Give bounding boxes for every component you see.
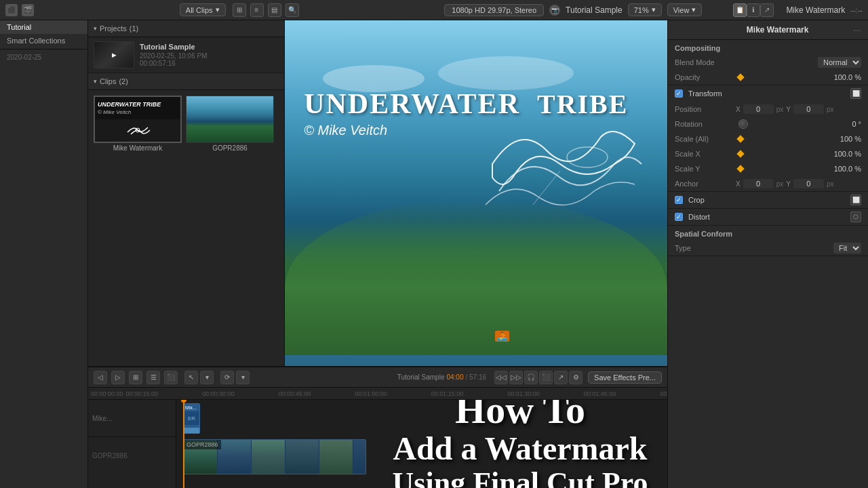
clips-label: Clips [100,77,116,85]
tl-split-btn[interactable]: ⬛ [539,371,553,384]
inspector-btn[interactable]: 📋 [733,3,747,17]
blend-mode-value: Normal [736,57,861,68]
position-xy: X 0 px Y 0 px [736,104,833,114]
all-clips-label: All Clips [186,6,213,14]
tl-transform-expand-btn[interactable]: ▾ [236,371,250,384]
search-btn[interactable]: 🔍 [285,3,299,17]
tl-settings-btn[interactable]: ⚙ [569,371,583,384]
app-icon[interactable]: ⬛ [5,4,18,16]
overlay-line1: How To [393,400,648,431]
frame-3 [252,440,285,474]
track2-label: GOPR2886 [88,437,176,474]
scale-y-row: Scale Y 100.0 % [668,161,868,176]
ruler-15: 00:00:15:00 [126,390,159,397]
anchor-row: Anchor X 0 px Y 0 px [668,176,868,191]
distort-checkbox[interactable]: ✓ [675,213,683,221]
scale-x-label: Scale X [675,150,736,158]
topbar: ⬛ 🎬 All Clips ▾ ⊞ ≡ ▤ 🔍 1080p HD 29.97p,… [0,0,868,20]
projects-section-header: ▾ Projects (1) [88,20,284,37]
projects-label: Projects [100,24,127,33]
tl-transform-btn[interactable]: ⟳ [220,371,234,384]
watermark-graphic [124,122,151,139]
clip-thumb-top [95,97,180,119]
tl-headphones-btn[interactable]: 🎧 [524,371,538,384]
type-value: Fit [736,243,861,253]
tl-export-btn[interactable]: ↗ [554,371,568,384]
tl-cursor-btn[interactable]: ↖ [184,371,198,384]
kayaker-marker: 🚣 [495,331,509,342]
svg-line-2 [533,171,560,205]
position-x-unit: px [776,106,784,113]
projects-expand-icon[interactable]: ▾ [94,25,97,32]
scale-x-keyframe-icon [736,150,744,157]
anchor-y-label: Y [786,180,791,188]
tl-back-btn[interactable]: ◁ [94,371,107,384]
spatial-conform-section: Spatial Conform Type Fit [668,226,868,256]
track-labels: Mike... GOPR2886 [88,400,176,488]
playhead [183,400,184,488]
transform-section: ✓ Transform ⬜ Position X 0 px Y 0 px Rot [668,85,868,192]
crop-section: ✓ Crop ⬜ [668,192,868,209]
share-btn[interactable]: ↗ [760,3,774,17]
tl-mode-btn[interactable]: ⬛ [164,371,178,384]
view-arrow-icon: ▾ [692,5,696,14]
scale-y-value: 100.0 % [745,165,861,173]
all-clips-dropdown[interactable]: All Clips ▾ [180,3,226,16]
nav-tutorial[interactable]: Tutorial [0,20,87,34]
info-btn[interactable]: ℹ [747,3,760,17]
rotation-row: Rotation 0 ° [668,117,868,131]
tl-audio-btn[interactable]: ◁◁ [494,371,508,384]
camera-icon: 📷 [549,5,560,16]
transform-label: Transform [688,89,722,98]
view-dropdown[interactable]: View ▾ [667,3,703,16]
clip-item-watermark[interactable]: Underwater Tribe © Mike Veitch Mike Wate… [94,96,182,152]
timeline-duration: / 57:16 [466,373,487,381]
svg-point-1 [567,147,608,167]
transform-checkbox[interactable]: ✓ [675,89,683,98]
inspector-panel: Mike Watermark ··· Compositing Blend Mod… [667,20,868,488]
tl-zoom-in-btn[interactable]: ▷▷ [509,371,523,384]
tl-grid-btn[interactable]: ⊞ [129,371,142,384]
crop-checkbox[interactable]: ✓ [675,196,683,204]
clip-item-gopr[interactable]: GOPR2886 [186,96,274,152]
timeline-project-label: Tutorial Sample [397,373,445,381]
blend-mode-select[interactable]: Normal [818,57,861,68]
transform-icon: ⬜ [850,88,861,99]
clips-expand-icon[interactable]: ▾ [94,78,97,85]
inspector-overflow-btn[interactable]: ··· [853,24,861,35]
anchor-y-value: 0 [793,179,824,188]
nav-smart-collections[interactable]: Smart Collections [0,34,87,47]
cursor-dropdown: ↖ ▾ [184,371,214,384]
video-clip-block[interactable]: GOPR2886 [183,439,366,474]
zoom-dropdown[interactable]: 71% ▾ [628,3,662,16]
track2-name: GOPR2886 [92,452,127,460]
grid-view-btn[interactable]: ⊞ [233,3,246,17]
project-thumbnail: ▶ [94,41,134,68]
scale-keyframe-icon [736,135,744,142]
scale-all-label: Scale (All) [675,135,736,143]
opacity-value: 100.0 % [745,73,861,81]
ruler-130: 00:01:30:00 [507,390,540,397]
list-view-btn[interactable]: ≡ [250,3,264,17]
filmstrip-btn[interactable]: ▤ [268,3,281,17]
opacity-label: Opacity [675,73,736,81]
watermark-clip-block[interactable]: Mik... ER [183,403,200,434]
tl-nav-center: Tutorial Sample 04:00 / 57:16 [397,373,486,381]
cloud-2 [438,56,574,90]
tl-list-btn[interactable]: ☰ [146,371,160,384]
position-y-value: 0 [793,104,824,114]
media-icon[interactable]: 🎬 [22,4,34,16]
date-label: 2020-02-25 [0,51,87,64]
project-item[interactable]: ▶ Tutorial Sample 2020-02-25, 10:06 PM 0… [88,37,284,73]
blend-mode-row: Blend Mode Normal [668,55,868,70]
tl-cursor-expand-btn[interactable]: ▾ [200,371,214,384]
timeline-ruler: 00:00:00:00 00:00:15:00 00:00:30:00 00:0… [88,388,667,400]
type-select[interactable]: Fit [833,243,861,253]
tl-fwd-btn[interactable]: ▷ [111,371,125,384]
anchor-y-unit: px [827,180,834,188]
save-effects-btn[interactable]: Save Effects Pre... [588,371,662,384]
project-duration: 00:00:57:16 [140,60,208,67]
ruler-30: 00:00:30:00 [202,390,235,397]
scale-y-keyframe-icon [736,165,744,172]
crop-icon: ⬜ [850,195,861,205]
